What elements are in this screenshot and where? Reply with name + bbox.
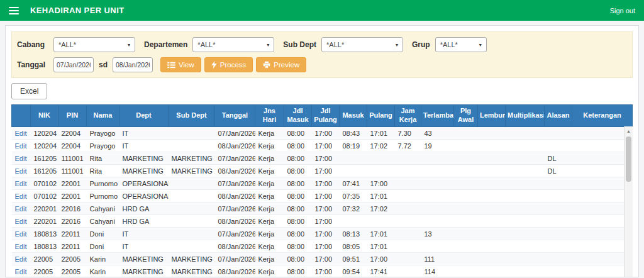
table-cell: 120204: [31, 140, 58, 152]
table-cell: Kerja: [255, 240, 284, 253]
sub-dept-select[interactable]: *ALL* ▾: [321, 37, 403, 52]
hamburger-menu-icon[interactable]: [9, 7, 19, 14]
table-cell: [421, 215, 454, 228]
edit-link[interactable]: Edit: [15, 205, 27, 213]
view-button[interactable]: View: [160, 57, 201, 72]
table-cell: 17:01: [367, 190, 395, 203]
table-cell: 22005: [31, 265, 58, 278]
table-cell: 220201: [31, 215, 58, 228]
table-cell: 19: [421, 140, 454, 152]
edit-link[interactable]: Edit: [15, 268, 27, 275]
process-button[interactable]: Process: [204, 57, 253, 72]
content-panel: Cabang *ALL* ▾ Departemen *ALL* ▾ Sub De…: [5, 25, 639, 277]
edit-link[interactable]: Edit: [15, 243, 27, 250]
date-from-input[interactable]: [53, 57, 94, 72]
departemen-selected-value: *ALL*: [197, 41, 215, 48]
table-cell: Kerja: [255, 265, 284, 278]
table-cell: 120204: [31, 127, 58, 140]
edit-link[interactable]: Edit: [15, 255, 27, 263]
table-cell: 08:00: [284, 190, 312, 203]
table-header-row: NIKPINNamaDeptSub DeptTanggalJns HariJdl…: [12, 105, 633, 127]
table-cell: [421, 190, 454, 203]
table-cell: 7.30: [395, 127, 421, 140]
table-cell: 22004: [58, 140, 87, 152]
table-row: Edit161205111001RitaMARKETINGMARKETING 1…: [12, 165, 633, 177]
table-row: Edit22020122016CahyaniHRD GA08/Jan/2026K…: [12, 215, 633, 228]
table-cell: [506, 152, 545, 165]
edit-cell: Edit: [12, 215, 31, 228]
edit-link[interactable]: Edit: [15, 130, 27, 137]
vertical-scrollbar[interactable]: ▲: [624, 126, 633, 277]
table-cell: 08:05: [340, 240, 367, 253]
table-cell: 08:00: [284, 265, 312, 278]
table-cell: 22011: [58, 228, 87, 240]
sub-dept-selected-value: *ALL*: [326, 41, 344, 48]
edit-link[interactable]: Edit: [15, 167, 27, 175]
edit-link[interactable]: Edit: [15, 142, 27, 150]
table-cell: 17:01: [367, 228, 395, 240]
edit-link[interactable]: Edit: [15, 230, 27, 238]
edit-link[interactable]: Edit: [15, 218, 27, 225]
table-row: Edit18081322011DoniIT07/Jan/2026Kerja08:…: [12, 228, 633, 240]
edit-cell: Edit: [12, 190, 31, 203]
table-cell: [395, 215, 421, 228]
column-header: Jns Hari: [255, 105, 284, 127]
list-icon: [167, 62, 175, 69]
table-cell: [421, 152, 454, 165]
edit-link[interactable]: Edit: [15, 180, 27, 187]
table-cell: [395, 152, 421, 165]
table-cell: 08:00: [284, 240, 312, 253]
table-cell: MARKETING 1: [169, 152, 215, 165]
scrollbar-thumb[interactable]: [626, 136, 631, 182]
table-cell: [395, 203, 421, 215]
table-cell: IT: [119, 228, 169, 240]
preview-button[interactable]: Preview: [256, 57, 306, 72]
sd-label: sd: [99, 60, 108, 69]
table-cell: MARKETING: [119, 265, 169, 278]
table-cell: [478, 190, 506, 203]
excel-button[interactable]: Excel: [11, 83, 47, 99]
column-header: Keterangan: [572, 105, 633, 127]
edit-link[interactable]: Edit: [15, 192, 27, 200]
table-cell: Doni: [87, 240, 119, 253]
table-cell: 08:00: [284, 177, 312, 190]
table-cell: [506, 253, 545, 265]
edit-link[interactable]: Edit: [15, 155, 27, 162]
cabang-select[interactable]: *ALL* ▾: [53, 37, 135, 52]
edit-cell: Edit: [12, 152, 31, 165]
column-header: Multiplikasi: [506, 105, 545, 127]
table-body: Edit12020422004PrayogoIT07/Jan/2026Kerja…: [12, 127, 633, 278]
table-cell: 22004: [58, 127, 87, 140]
table-cell: 7.72: [395, 140, 421, 152]
cabang-label: Cabang: [17, 40, 53, 49]
table-cell: [454, 215, 478, 228]
scroll-up-arrow-icon[interactable]: ▲: [625, 126, 633, 135]
edit-cell: Edit: [12, 253, 31, 265]
table-cell: [395, 165, 421, 177]
column-header: PIN: [58, 105, 87, 127]
table-cell: 08:00: [284, 253, 312, 265]
grup-select[interactable]: *ALL* ▾: [435, 37, 487, 52]
edit-cell: Edit: [12, 228, 31, 240]
table-cell: Kerja: [255, 140, 284, 152]
departemen-select[interactable]: *ALL* ▾: [192, 37, 274, 52]
table-cell: 08:00: [284, 127, 312, 140]
table-cell: [367, 215, 395, 228]
table-cell: 17:00: [312, 190, 340, 203]
table-cell: [340, 215, 367, 228]
table-cell: [478, 127, 506, 140]
grup-selected-value: *ALL*: [440, 41, 458, 48]
table-cell: Karin: [87, 253, 119, 265]
table-cell: Purnomo: [87, 177, 119, 190]
table-cell: 111001: [58, 152, 87, 165]
date-to-input[interactable]: [113, 57, 153, 72]
table-cell: [340, 152, 367, 165]
table-cell: Doni: [87, 228, 119, 240]
table-cell: [367, 165, 395, 177]
sign-out-link[interactable]: Sign out: [610, 7, 635, 14]
table-cell: 17:02: [367, 140, 395, 152]
table-cell: 08:00: [284, 228, 312, 240]
table-cell: 070102: [31, 190, 58, 203]
table-cell: [506, 177, 545, 190]
table-cell: 07/Jan/2026: [215, 228, 255, 240]
